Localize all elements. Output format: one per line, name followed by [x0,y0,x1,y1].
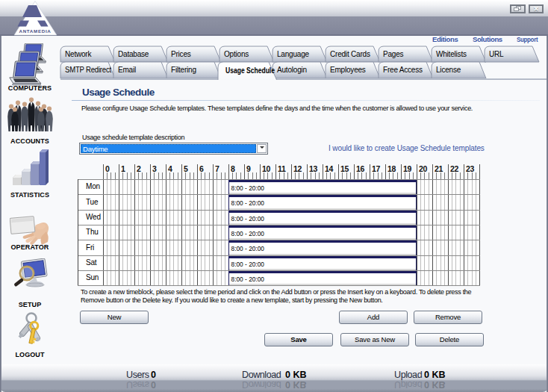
svg-text:Filtering: Filtering [171,66,196,74]
svg-text:Thu: Thu [86,228,99,236]
svg-text:Whitelists: Whitelists [436,50,467,58]
svg-text:Database: Database [118,50,149,58]
svg-text:3: 3 [152,164,157,173]
svg-text:6: 6 [199,164,204,173]
svg-text:8:00 - 20:00: 8:00 - 20:00 [231,199,265,207]
svg-text:SMTP Redirect: SMTP Redirect [65,66,111,74]
svg-text:7: 7 [215,164,219,173]
svg-text:8:00 - 20:00: 8:00 - 20:00 [231,229,265,237]
svg-text:URL: URL [489,50,504,58]
svg-text:22: 22 [450,164,459,173]
svg-text:Prices: Prices [171,50,191,58]
svg-text:Mon: Mon [86,182,100,190]
svg-text:Fri: Fri [86,243,94,252]
svg-text:20: 20 [419,164,428,173]
svg-text:2: 2 [137,164,141,173]
svg-text:Sat: Sat [86,258,97,267]
svg-text:4: 4 [168,164,172,173]
svg-text:9: 9 [246,164,251,173]
svg-text:8:00 - 20:00: 8:00 - 20:00 [231,260,265,268]
svg-text:8: 8 [231,164,235,173]
svg-text:Credit Cards: Credit Cards [330,50,370,58]
svg-text:8:00 - 20:00: 8:00 - 20:00 [231,184,265,192]
svg-text:23: 23 [466,164,475,173]
svg-text:14: 14 [325,164,334,173]
svg-text:16: 16 [356,164,365,173]
svg-text:11: 11 [278,164,286,173]
svg-text:8:00 - 20:00: 8:00 - 20:00 [231,214,265,223]
svg-text:12: 12 [293,164,302,173]
svg-text:18: 18 [387,164,396,173]
svg-text:Free Access: Free Access [383,66,423,74]
svg-text:0: 0 [105,164,110,173]
svg-text:ANTAMEDIA: ANTAMEDIA [19,28,52,34]
svg-text:Language: Language [277,50,310,58]
svg-text:21: 21 [435,164,443,173]
svg-text:10: 10 [262,164,271,173]
svg-text:13: 13 [309,164,318,173]
svg-text:Pages: Pages [383,50,404,58]
svg-text:Usage Schedule: Usage Schedule [225,66,275,75]
svg-text:Sun: Sun [86,273,99,281]
svg-text:8:00 - 20:00: 8:00 - 20:00 [231,275,265,283]
svg-text:Email: Email [118,66,136,74]
svg-text:License: License [436,66,461,74]
svg-text:Options: Options [224,50,249,58]
svg-text:8:00 - 20:00: 8:00 - 20:00 [231,244,265,252]
svg-text:1: 1 [121,164,125,173]
svg-text:15: 15 [340,164,349,173]
svg-text:Wed: Wed [86,213,101,221]
svg-text:17: 17 [372,164,381,173]
svg-text:Network: Network [65,50,92,58]
svg-text:Autologin: Autologin [277,66,307,74]
svg-text:19: 19 [403,164,412,173]
svg-text:Employees: Employees [330,66,366,74]
svg-text:5: 5 [184,164,188,173]
svg-text:Tue: Tue [86,198,99,206]
